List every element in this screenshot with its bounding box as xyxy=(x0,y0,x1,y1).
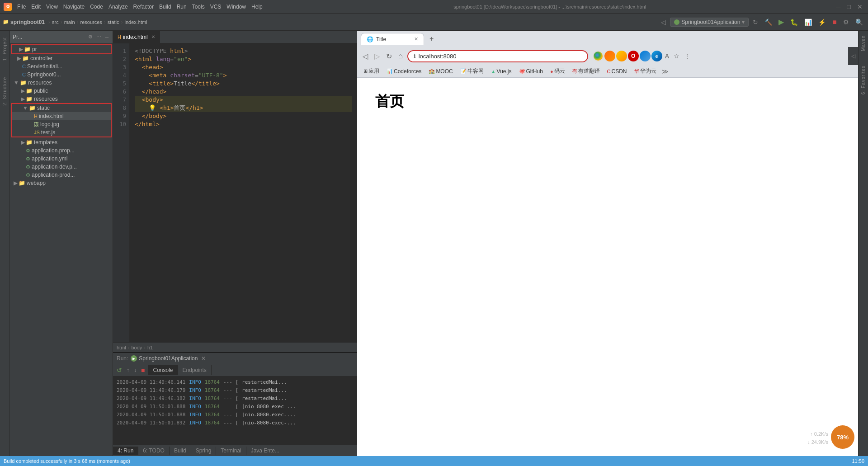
network-badge[interactable]: 78% xyxy=(831,425,854,449)
bc-static[interactable]: static xyxy=(108,19,119,25)
back-button[interactable]: ◁ xyxy=(659,18,668,27)
tree-item-logojpg[interactable]: ▶ 🖼 logo.jpg xyxy=(12,120,111,128)
menu-help[interactable]: Help xyxy=(249,3,265,11)
bookmark-apps[interactable]: ⊞ 应用 xyxy=(361,66,382,76)
debug-button[interactable]: 🐛 xyxy=(788,18,800,27)
tree-item-approp[interactable]: ▶ ⚙ application.prop... xyxy=(10,146,113,155)
bookmark-youdao[interactable]: 有 有道翻译 xyxy=(570,66,603,76)
browser-forward-button[interactable]: ▷ xyxy=(373,50,382,62)
minimize-button[interactable]: ─ xyxy=(835,3,843,10)
menu-file[interactable]: File xyxy=(14,3,28,11)
browser-tab-title[interactable]: 🌐 Title ✕ xyxy=(361,33,424,45)
tree-item-resources2[interactable]: ▶ 📁 resources xyxy=(10,95,113,103)
bookmark-gitee[interactable]: ● 码云 xyxy=(547,66,568,76)
refresh-button[interactable]: ↻ xyxy=(750,18,760,27)
bookmark-vuejs[interactable]: ▲ Vue.js xyxy=(488,67,514,75)
tree-item-appprod[interactable]: ▶ ⚙ application-prod... xyxy=(10,171,113,179)
browser-home-button[interactable]: ⌂ xyxy=(396,50,405,62)
menu-build[interactable]: Build xyxy=(156,3,174,11)
menu-tools[interactable]: Tools xyxy=(189,3,208,11)
bookmark-huawei[interactable]: 华 华为云 xyxy=(632,66,659,76)
menu-window[interactable]: Window xyxy=(224,3,249,11)
run-app-name[interactable]: ▶ Springboot01Application ✕ xyxy=(131,355,206,362)
tree-item-templates[interactable]: ▶ 📁 templates xyxy=(10,138,113,146)
browser-tab-close-icon[interactable]: ✕ xyxy=(414,36,418,42)
profile-button[interactable]: ⚡ xyxy=(816,18,828,27)
menu-refactor[interactable]: Refactor xyxy=(131,3,156,11)
bottom-tab-java[interactable]: Java Ente... xyxy=(246,447,284,455)
bc-html[interactable]: html xyxy=(117,345,126,350)
tree-item-appdev[interactable]: ▶ ⚙ application-dev.p... xyxy=(10,163,113,171)
run-button[interactable]: ▶ xyxy=(776,17,786,27)
tree-item-appyml[interactable]: ▶ ⚙ application.yml xyxy=(10,155,113,163)
build-button[interactable]: 🔨 xyxy=(762,18,774,27)
bookmark-nowcoder[interactable]: 📝 牛客网 xyxy=(458,66,486,76)
bc-resources[interactable]: resources xyxy=(80,19,102,25)
browser-address-bar[interactable]: ℹ xyxy=(407,50,588,62)
stop-button[interactable]: ■ xyxy=(830,17,839,27)
console-tab-endpoints[interactable]: Endpoints xyxy=(178,365,212,375)
close-button[interactable]: ✕ xyxy=(855,3,864,10)
bottom-tab-build[interactable]: Build xyxy=(170,447,191,455)
tree-item-static[interactable]: ▼ 📁 static xyxy=(12,104,111,112)
bottom-tab-todo[interactable]: 6: TODO xyxy=(138,447,170,455)
tree-item-indexhtml[interactable]: ▶ H index.html xyxy=(12,112,111,120)
browser-back-button[interactable]: ◁ xyxy=(361,50,370,62)
bookmarks-more-icon[interactable]: ≫ xyxy=(662,68,669,75)
bottom-tab-spring[interactable]: Spring xyxy=(191,447,217,455)
menu-analyze[interactable]: Analyze xyxy=(106,3,131,11)
panel-settings-icon[interactable]: ⋯ xyxy=(95,33,103,40)
browser-star-button[interactable]: ☆ xyxy=(672,51,681,61)
bc-main[interactable]: main xyxy=(64,19,75,25)
menu-edit[interactable]: Edit xyxy=(28,3,43,11)
bookmark-codeforces[interactable]: 📊 Codeforces xyxy=(384,67,424,75)
bookmark-csdn[interactable]: C CSDN xyxy=(604,67,630,75)
bookmark-github[interactable]: 🐙 GitHub xyxy=(516,67,546,75)
bc-src[interactable]: src xyxy=(52,19,59,25)
right-sidebar-favorites[interactable]: 6: Favorites xyxy=(860,63,867,97)
tab-close-icon[interactable]: ✕ xyxy=(151,34,155,39)
panel-collapse-icon[interactable]: ─ xyxy=(104,33,110,40)
tree-item-testjs[interactable]: ▶ JS test.js xyxy=(12,128,111,137)
sidebar-maven-label[interactable]: Maven xyxy=(860,33,867,54)
url-input[interactable] xyxy=(419,53,582,60)
tree-item-public[interactable]: ▶ 📁 public xyxy=(10,87,113,95)
run-tab-close-icon[interactable]: ✕ xyxy=(201,355,206,362)
restart-button[interactable]: ↺ xyxy=(115,366,124,375)
browser-translate-button[interactable]: A xyxy=(663,51,671,61)
panel-label-structure[interactable]: 2: Structure xyxy=(1,74,8,108)
panel-label-project[interactable]: 1: Project xyxy=(1,34,8,63)
bc-h1[interactable]: h1 xyxy=(147,345,153,350)
new-tab-button[interactable]: + xyxy=(426,33,437,45)
code-content[interactable]: <!DOCTYPE html> <html lang="en"> <head> … xyxy=(129,43,357,342)
scroll-up-button[interactable]: ↑ xyxy=(125,366,131,374)
menu-run[interactable]: Run xyxy=(174,3,189,11)
scroll-down-button[interactable]: ↓ xyxy=(132,366,138,374)
tree-item-springboot[interactable]: ▶ C Springboot0... xyxy=(10,71,113,79)
bottom-tab-run[interactable]: 4: Run xyxy=(113,447,138,455)
tree-item-controller[interactable]: ▶ 📁 controller xyxy=(10,54,113,62)
menu-view[interactable]: View xyxy=(43,3,61,11)
panel-gear-icon[interactable]: ⚙ xyxy=(87,33,94,40)
editor-tab-indexhtml[interactable]: H index.html ✕ xyxy=(113,31,160,43)
tree-item-beans[interactable]: ▶ 📁 pr xyxy=(11,44,112,54)
bc-body[interactable]: body xyxy=(131,345,142,350)
menu-navigate[interactable]: Navigate xyxy=(61,3,87,11)
tree-item-resources[interactable]: ▼ 📁 resources xyxy=(10,79,113,87)
search-everywhere-button[interactable]: 🔍 xyxy=(853,18,865,27)
bc-indexhtml[interactable]: index.html xyxy=(125,19,147,25)
browser-reload-button[interactable]: ↻ xyxy=(384,50,394,62)
coverage-button[interactable]: 📊 xyxy=(802,18,814,27)
settings-button[interactable]: ⚙ xyxy=(841,18,851,27)
console-tab-console[interactable]: Console xyxy=(148,365,178,375)
tree-item-servlet[interactable]: ▶ C ServletInitiali... xyxy=(10,62,113,71)
menu-vcs[interactable]: VCS xyxy=(208,3,224,11)
maximize-button[interactable]: □ xyxy=(845,3,853,10)
run-config-selector[interactable]: Springboot01Application ▾ xyxy=(670,18,749,27)
menu-code[interactable]: Code xyxy=(87,3,106,11)
bookmark-mooc[interactable]: 🏫 MOOC xyxy=(426,67,455,75)
stop-console-button[interactable]: ■ xyxy=(139,366,146,375)
tree-item-webapp[interactable]: ▶ 📁 webapp xyxy=(10,179,113,187)
bottom-tab-terminal[interactable]: Terminal xyxy=(216,447,246,455)
browser-menu-button[interactable]: ⋮ xyxy=(682,51,692,61)
